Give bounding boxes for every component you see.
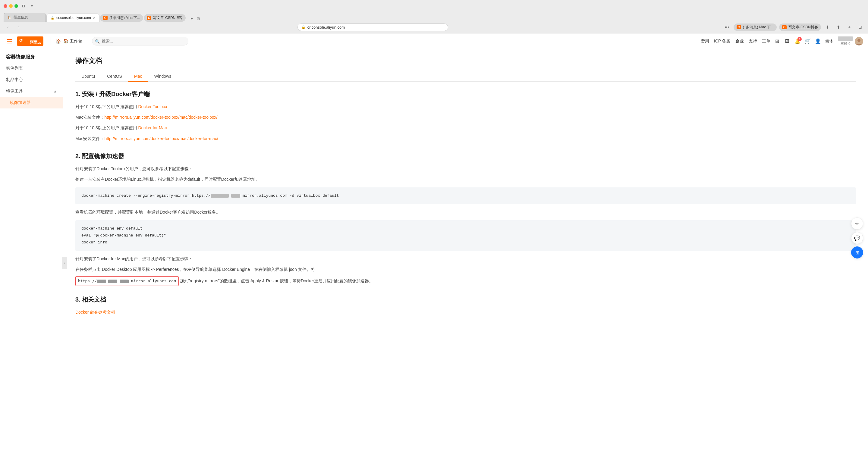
user-role-label: 主账号 <box>841 41 850 46</box>
tab-more-btn[interactable]: ⊡ <box>195 16 201 22</box>
edit-float-btn[interactable]: ✏ <box>851 218 863 229</box>
collapse-icon: ▲ <box>53 89 57 93</box>
nav-support[interactable]: 支持 <box>749 38 757 44</box>
user-avatar[interactable] <box>855 37 863 45</box>
docker-commands-link[interactable]: Docker 命令参考文档 <box>75 310 115 315</box>
para3: 对于10.10.3以上的用户 推荐使用 Docker for Mac <box>75 124 856 132</box>
sidebar-open-btn[interactable]: ⊡ <box>856 23 864 31</box>
workbench-label: 🏠 工作台 <box>63 38 82 44</box>
download-btn[interactable]: ⬇ <box>824 23 832 31</box>
para6: 创建一台安装有Docker环境的Linux虚拟机，指定机器名称为default，… <box>75 176 856 183</box>
sidebar-title: 容器镜像服务 <box>0 49 63 63</box>
aliyun-logo[interactable]: ⟳ 阿里云 <box>17 36 43 46</box>
float-buttons: ✏ 💬 ⊞ <box>851 218 863 258</box>
para10: https:// mirror.aliyuncs.com 加到"registry… <box>75 276 856 286</box>
section3-title: 3. 相关文档 <box>75 295 856 304</box>
browser-tab-4[interactable]: C 写文章-CSDN博客 <box>144 14 186 22</box>
add-tab-btn[interactable]: + <box>189 16 195 22</box>
sidebar-group-header-image-tools[interactable]: 镜像工具 ▲ <box>0 86 63 97</box>
traffic-light-minimize[interactable] <box>9 4 13 8</box>
sidebar-expand-btn[interactable]: ▾ <box>29 3 35 9</box>
masked-url-4 <box>108 280 117 283</box>
sidebar-toggle-btn[interactable]: ⊡ <box>21 3 27 9</box>
notification-badge: 1 <box>798 37 802 41</box>
image-icon[interactable]: 🖼 <box>784 38 790 44</box>
para8: 针对安装了Docker for Mac的用户，您可以参考以下配置步骤： <box>75 255 856 263</box>
nav-fees[interactable]: 费用 <box>701 38 709 44</box>
profile-icon[interactable]: 👤 <box>815 38 821 44</box>
search-input[interactable] <box>92 37 188 45</box>
logo-icon: ⟳ 阿里云 <box>17 36 43 46</box>
svg-rect-2 <box>7 43 12 43</box>
tab-ubuntu[interactable]: Ubuntu <box>75 71 101 82</box>
hamburger-menu-btn[interactable] <box>5 36 14 46</box>
back-btn[interactable]: ‹ <box>4 23 12 31</box>
sidebar-sub-image-tools: 镜像加速器 <box>0 97 63 108</box>
csdn-tab-label: 写文章-CSDN博客 <box>788 25 818 30</box>
docker-toolbox-link[interactable]: Docker Toolbox <box>138 104 167 109</box>
svg-rect-1 <box>7 41 12 41</box>
tab2-close[interactable]: ✕ <box>93 16 96 20</box>
masked-url-1 <box>211 194 229 198</box>
console-icon[interactable]: ⊞ <box>774 38 780 44</box>
sidebar-group-image-tools: 镜像工具 ▲ 镜像加速器 <box>0 86 63 108</box>
notification-icon[interactable]: 🔔 1 <box>795 38 801 44</box>
address-bar[interactable]: 🔒 cr.console.aliyun.com <box>298 24 448 31</box>
cart-icon[interactable]: 🛒 <box>805 38 811 44</box>
traffic-light-close[interactable] <box>4 4 7 8</box>
sidebar-item-product-center[interactable]: 制品中心 <box>0 74 63 86</box>
sidebar-collapse-btn[interactable]: ‹ <box>62 257 67 269</box>
tab-mac[interactable]: Mac <box>128 71 148 82</box>
mac-notification-tab[interactable]: C (1条消息) Mac 下... <box>734 24 777 31</box>
toolbox-download-link[interactable]: http://mirrors.aliyun.com/docker-toolbox… <box>104 115 217 120</box>
docker-for-mac-download-link[interactable]: http://mirrors.aliyun.com/docker-toolbox… <box>104 136 218 141</box>
svg-text:⟳: ⟳ <box>19 38 23 43</box>
traffic-light-maximize[interactable] <box>14 4 18 8</box>
user-area[interactable]: 主账号 <box>835 36 863 46</box>
docker-for-mac-link[interactable]: Docker for Mac <box>138 125 167 130</box>
new-window-btn[interactable]: + <box>845 23 854 31</box>
sidebar-item-instance-list[interactable]: 实例列表 <box>0 63 63 74</box>
avatar-img <box>855 37 863 45</box>
header-icons: ⊞ 🖼 🔔 1 🛒 👤 简体 <box>774 38 833 44</box>
aliyun-logo-svg: ⟳ <box>19 37 28 44</box>
comment-float-btn[interactable]: 💬 <box>851 232 863 244</box>
csdn-favicon: C <box>782 25 786 29</box>
tab4-label: 写文章-CSDN博客 <box>153 15 183 21</box>
main-content: 操作文档 Ubuntu CentOS Mac Windows 1. 安装 / 升… <box>63 49 868 476</box>
hamburger-icon <box>7 39 12 43</box>
sidebar-item-image-accelerator[interactable]: 镜像加速器 <box>0 97 63 108</box>
browser-tab-1[interactable]: 📋 招生信息 <box>4 13 46 22</box>
share-btn[interactable]: ⬆ <box>834 23 843 31</box>
masked-url-5 <box>120 280 129 283</box>
nav-icp[interactable]: ICP 备案 <box>714 38 731 44</box>
section1-title: 1. 安装 / 升级Docker客户端 <box>75 90 856 98</box>
nav-enterprise[interactable]: 企业 <box>735 38 744 44</box>
header-nav: 费用 ICP 备案 企业 支持 工单 <box>701 38 770 44</box>
more-options-btn[interactable]: ••• <box>723 23 731 31</box>
workbench-icon: 🏠 <box>56 39 61 44</box>
code-block1: docker-machine create --engine-registry-… <box>75 187 856 204</box>
url-highlight-box: https:// mirror.aliyuncs.com <box>75 276 179 286</box>
svg-rect-0 <box>7 39 12 40</box>
masked-url-2 <box>231 194 240 198</box>
workbench-btn[interactable]: 🏠 🏠 工作台 <box>51 37 86 45</box>
grid-float-btn[interactable]: ⊞ <box>851 247 863 258</box>
tab2-label: cr.console.aliyun.com <box>56 16 91 20</box>
tab-windows[interactable]: Windows <box>148 71 177 82</box>
user-info: 主账号 <box>838 36 853 46</box>
browser-tab-3[interactable]: C (1条消息) Mac 下... <box>100 14 143 22</box>
forward-btn[interactable]: › <box>14 23 23 31</box>
app-layout: 容器镜像服务 实例列表 制品中心 镜像工具 ▲ 镜像加速器 ‹ <box>0 49 868 476</box>
csdn-tab[interactable]: C 写文章-CSDN博客 <box>779 24 821 31</box>
simple-btn[interactable]: 简体 <box>825 38 833 44</box>
user-avatar-placeholder <box>838 36 853 41</box>
browser-tab-2[interactable]: 🔒 cr.console.aliyun.com ✕ <box>46 13 99 22</box>
tab-centos[interactable]: CentOS <box>101 71 128 82</box>
search-icon: 🔍 <box>95 39 100 43</box>
mac-tab-label: (1条消息) Mac 下... <box>743 25 774 30</box>
aliyun-header: ⟳ 阿里云 🏠 🏠 工作台 🔍 费用 ICP 备案 企业 支持 工单 ⊞ 🖼 🔔… <box>0 33 868 49</box>
nav-ticket[interactable]: 工单 <box>762 38 770 44</box>
code-block2: docker-machine env default eval "$(docke… <box>75 220 856 251</box>
browser-titlebar: ⊡ ▾ <box>0 0 868 12</box>
